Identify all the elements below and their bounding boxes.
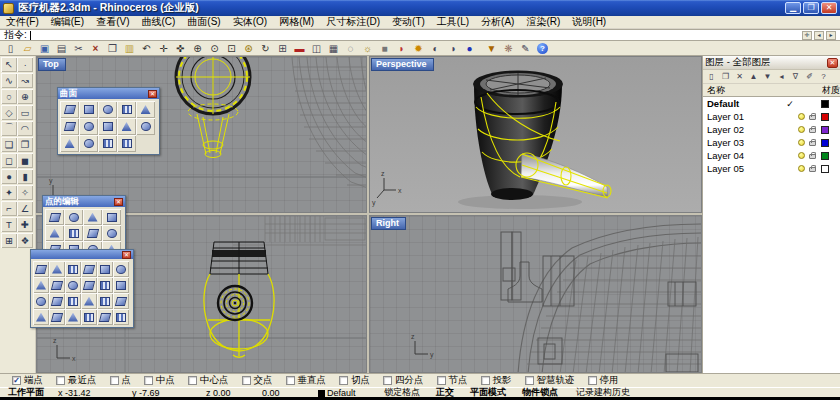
menu-solid[interactable]: 实体(O) <box>227 15 273 29</box>
layer-panel-close-icon[interactable]: ✕ <box>827 58 838 68</box>
viewport-right-label[interactable]: Right <box>371 217 406 230</box>
layer-visibility-bulb-icon[interactable] <box>798 152 805 159</box>
transform-icon-23[interactable] <box>97 309 113 325</box>
surface-blend-icon[interactable] <box>117 118 136 135</box>
new-layer-icon[interactable]: ▯ <box>705 71 718 83</box>
layer-color-swatch[interactable] <box>821 165 829 173</box>
osnap-center[interactable]: 中心点 <box>188 374 229 387</box>
command-popup-icon[interactable]: ✛ <box>802 31 812 40</box>
layer-visibility-bulb-icon[interactable] <box>798 126 805 133</box>
menu-file[interactable]: 文件(F) <box>0 15 45 29</box>
layer-lock-icon[interactable] <box>809 128 816 133</box>
ellipse-tool-icon[interactable]: ◇ <box>1 105 17 120</box>
surface-revolve-icon[interactable] <box>98 101 117 118</box>
copy-layer-icon[interactable]: ❐ <box>719 71 732 83</box>
layer-row-05[interactable]: Layer 05 <box>703 162 840 175</box>
layer-material-column-header[interactable]: 材质 <box>822 84 840 97</box>
point-edit-icon-3[interactable] <box>83 209 102 225</box>
print-icon[interactable]: ▤ <box>53 42 70 55</box>
transform-icon-18[interactable] <box>113 293 129 309</box>
transform-icon-11[interactable] <box>97 277 113 293</box>
surface-sweep1-icon[interactable] <box>60 118 79 135</box>
zoom-icon[interactable]: ⊕ <box>189 42 206 55</box>
transform-icon-2[interactable] <box>49 261 65 277</box>
transform-icon-9[interactable] <box>65 277 81 293</box>
rendered-display-icon[interactable]: ● <box>461 42 478 55</box>
current-layer-pane[interactable]: Default <box>318 388 384 398</box>
layer-row-02[interactable]: Layer 02 <box>703 123 840 136</box>
menu-dimension[interactable]: 尺寸标注(D) <box>320 15 386 29</box>
rectangle-tool-icon[interactable]: ▭ <box>17 105 33 120</box>
zoom-window-icon[interactable]: ⊡ <box>223 42 240 55</box>
sketch-curve-icon[interactable]: ↝ <box>17 73 33 88</box>
point-edit-icon-6[interactable] <box>64 225 83 241</box>
layer-row-default[interactable]: Default ✓ <box>703 97 840 110</box>
render-wheel-icon[interactable]: ✹ <box>410 42 427 55</box>
menu-mesh[interactable]: 网格(M) <box>273 15 320 29</box>
select-arrow-icon[interactable]: ↖ <box>1 57 17 72</box>
lock-icon[interactable]: ■ <box>376 42 393 55</box>
transform-icon-19[interactable] <box>33 309 49 325</box>
zoom-dynamic-icon[interactable]: ⊙ <box>206 42 223 55</box>
rotate-view-icon[interactable]: ↻ <box>257 42 274 55</box>
surface-sweep2-icon[interactable] <box>79 118 98 135</box>
point-edit-icon-4[interactable] <box>102 209 121 225</box>
layer-help-icon[interactable]: ? <box>817 71 830 83</box>
box-tool-icon[interactable]: ◻ <box>1 153 17 168</box>
viewport-perspective-label[interactable]: Perspective <box>371 58 434 71</box>
layer-color-swatch[interactable] <box>821 100 829 108</box>
undo-icon[interactable]: ↶ <box>138 42 155 55</box>
block-tool-icon[interactable]: ⊞ <box>1 233 17 248</box>
box-solid-icon[interactable]: ◼ <box>17 153 33 168</box>
close-icon[interactable]: ✕ <box>148 90 157 98</box>
menu-transform[interactable]: 变动(T) <box>386 15 431 29</box>
layer-row-01[interactable]: Layer 01 <box>703 110 840 123</box>
surface-trim-icon[interactable] <box>98 135 117 152</box>
fillet-tool-icon[interactable]: ⌐ <box>1 201 17 216</box>
paste-icon[interactable]: ▥ <box>121 42 138 55</box>
command-input[interactable] <box>27 30 802 40</box>
point-edit-icon-8[interactable] <box>102 225 121 241</box>
surface-grid-icon[interactable] <box>117 101 136 118</box>
circle-tool-icon[interactable]: ○ <box>1 89 17 104</box>
surface-extrude-icon[interactable] <box>136 101 155 118</box>
layer-color-swatch[interactable] <box>821 139 829 147</box>
layer-row-03[interactable]: Layer 03 <box>703 136 840 149</box>
transform-icon-3[interactable] <box>65 261 81 277</box>
layer-lock-icon[interactable] <box>809 167 816 172</box>
annotate-icon[interactable]: ✎ <box>517 42 534 55</box>
surface-3pt-icon[interactable] <box>60 101 79 118</box>
floating-toolbar-surface-titlebar[interactable]: 曲面 ✕ <box>58 88 159 99</box>
lamp-icon[interactable]: ☼ <box>359 42 376 55</box>
options-gears-icon[interactable]: ❋ <box>500 42 517 55</box>
selection-filter-icon[interactable]: ▼ <box>483 42 500 55</box>
menu-help[interactable]: 说明(H) <box>566 15 612 29</box>
circle-diameter-icon[interactable]: ⊕ <box>17 89 33 104</box>
viewport-perspective-canvas[interactable]: xzy <box>370 57 702 213</box>
layer-tools-icon[interactable]: ✐ <box>803 71 816 83</box>
cplane-icon[interactable]: ▦ <box>325 42 342 55</box>
shade-icon[interactable]: ◗ <box>393 42 410 55</box>
arc-tool-icon[interactable]: ⌒ <box>1 121 17 136</box>
new-file-icon[interactable]: ▯ <box>2 42 19 55</box>
maximize-button[interactable]: ❐ <box>803 2 819 14</box>
transform-icon-5[interactable] <box>97 261 113 277</box>
surface-patch-icon[interactable] <box>98 118 117 135</box>
transform-icon-14[interactable] <box>49 293 65 309</box>
floating-toolbar-surface[interactable]: 曲面 ✕ <box>57 87 160 155</box>
shaded-display-icon[interactable]: ◑ <box>444 42 461 55</box>
close-icon[interactable]: ✕ <box>114 198 123 206</box>
viewport-perspective[interactable]: Perspective <box>369 56 702 213</box>
surface-fillet-icon[interactable] <box>136 118 155 135</box>
delete-layer-icon[interactable]: ✕ <box>733 71 746 83</box>
layer-name-column-header[interactable]: 名称 <box>703 84 822 97</box>
point-tool-icon[interactable]: ∙ <box>17 57 33 72</box>
floating-toolbar-3-titlebar[interactable]: ✕ <box>31 250 133 259</box>
osnap-near[interactable]: 最近点 <box>56 374 97 387</box>
named-views-icon[interactable]: ▬ <box>291 42 308 55</box>
move-view-icon[interactable]: ✜ <box>172 42 189 55</box>
floating-toolbar-3[interactable]: ✕ <box>30 249 134 328</box>
osnap-point[interactable]: 点 <box>110 374 132 387</box>
command-next-icon[interactable]: ▸ <box>826 31 836 40</box>
wireframe-display-icon[interactable]: ◐ <box>427 42 444 55</box>
